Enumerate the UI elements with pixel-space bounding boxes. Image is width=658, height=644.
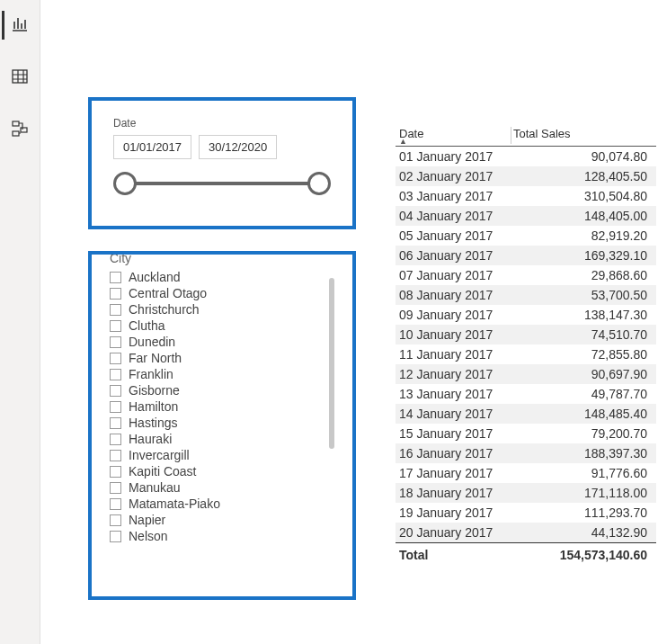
checkbox-icon[interactable] [110,482,121,494]
bar-chart-icon [11,15,29,36]
city-item[interactable]: Central Otago [110,285,334,301]
checkbox-icon[interactable] [110,531,121,542]
table-row[interactable]: 09 January 2017138,147.30 [396,305,656,325]
table-row[interactable]: 17 January 201791,776.60 [396,463,656,483]
date-slider[interactable] [113,170,331,197]
table-row[interactable]: 14 January 2017148,485.40 [396,404,656,424]
city-item[interactable]: Napier [110,512,334,528]
city-item[interactable]: Matamata-Piako [110,496,334,512]
sales-table[interactable]: Date ▲ Total Sales 01 January 201790,074… [396,127,656,566]
city-item[interactable]: Invercargill [110,447,334,463]
table-row[interactable]: 06 January 2017169,329.10 [396,246,656,265]
date-slicer-label: Date [113,117,331,130]
table-row[interactable]: 15 January 201779,200.70 [396,424,656,443]
cell-date: 08 January 2017 [396,288,511,302]
city-item[interactable]: Christchurch [110,301,334,318]
table-row[interactable]: 07 January 201729,868.60 [396,265,656,285]
checkbox-icon[interactable] [110,466,121,478]
city-item[interactable]: Auckland [110,269,334,285]
nav-report-view[interactable] [2,7,38,43]
table-row[interactable]: 08 January 201753,700.50 [396,285,656,305]
table-row[interactable]: 10 January 201774,510.70 [396,325,656,344]
city-item[interactable]: Far North [110,350,334,366]
cell-sales: 53,700.50 [511,288,656,302]
checkbox-icon[interactable] [110,336,121,348]
cell-date: 13 January 2017 [396,387,511,401]
checkbox-icon[interactable] [110,450,121,461]
checkbox-icon[interactable] [110,417,121,429]
city-item-label: Christchurch [129,302,200,317]
city-slicer[interactable]: City AucklandCentral OtagoChristchurchCl… [88,251,356,600]
table-row[interactable]: 05 January 201782,919.20 [396,226,656,246]
city-item[interactable]: Hamilton [110,398,334,415]
checkbox-icon[interactable] [110,385,121,397]
table-row[interactable]: 19 January 2017111,293.70 [396,503,656,523]
cell-date: 04 January 2017 [396,209,511,223]
city-item[interactable]: Hastings [110,415,334,431]
city-item[interactable]: Manukau [110,479,334,496]
table-row[interactable]: 20 January 201744,132.90 [396,523,656,542]
cell-sales: 148,405.00 [511,209,656,223]
city-item[interactable]: Clutha [110,318,334,334]
city-item[interactable]: Dunedin [110,334,334,350]
date-from-input[interactable]: 01/01/2017 [113,135,191,159]
cell-date: 02 January 2017 [396,169,511,183]
table-total-row: Total 154,573,140.60 [396,542,656,566]
total-value: 154,573,140.60 [511,548,656,562]
cell-date: 14 January 2017 [396,407,511,421]
city-item[interactable]: Kapiti Coast [110,463,334,479]
checkbox-icon[interactable] [110,434,121,445]
checkbox-icon[interactable] [110,369,121,380]
table-row[interactable]: 04 January 2017148,405.00 [396,206,656,226]
checkbox-icon[interactable] [110,304,121,316]
cell-date: 09 January 2017 [396,308,511,322]
checkbox-icon[interactable] [110,272,121,283]
table-row[interactable]: 02 January 2017128,405.50 [396,166,656,186]
city-item-label: Nelson [129,529,168,543]
city-item[interactable]: Hauraki [110,431,334,447]
checkbox-icon[interactable] [110,498,121,510]
city-item[interactable]: Franklin [110,366,334,382]
date-to-input[interactable]: 30/12/2020 [199,135,277,159]
cell-sales: 82,919.20 [511,228,656,243]
nav-model-view[interactable] [2,112,38,148]
table-row[interactable]: 16 January 2017188,397.30 [396,443,656,463]
date-slider-handle-left[interactable] [113,172,137,195]
column-header-sales[interactable]: Total Sales [511,127,656,144]
table-row[interactable]: 11 January 201772,855.80 [396,344,656,364]
cell-sales: 44,132.90 [511,525,656,540]
city-item-label: Clutha [129,318,164,333]
checkbox-icon[interactable] [110,353,121,364]
cell-date: 12 January 2017 [396,367,511,381]
cell-date: 03 January 2017 [396,189,511,203]
table-row[interactable]: 12 January 201790,697.90 [396,364,656,384]
city-item-label: Invercargill [129,448,190,462]
city-item-label: Kapiti Coast [129,464,196,479]
table-header: Date ▲ Total Sales [396,127,656,147]
cell-sales: 74,510.70 [511,327,656,342]
table-row[interactable]: 01 January 201790,074.80 [396,147,656,166]
cell-date: 16 January 2017 [396,446,511,461]
table-row[interactable]: 18 January 2017171,118.00 [396,483,656,503]
city-item-label: Hauraki [129,432,172,446]
table-icon [11,67,29,88]
date-slicer[interactable]: Date 01/01/2017 30/12/2020 [88,97,356,229]
date-slider-track [124,182,320,185]
checkbox-icon[interactable] [110,288,121,300]
cell-sales: 138,147.30 [511,308,656,322]
cell-sales: 111,293.70 [511,505,656,520]
city-scrollbar[interactable] [329,278,334,449]
city-item-label: Hamilton [129,399,178,414]
cell-date: 17 January 2017 [396,466,511,480]
nav-data-view[interactable] [2,59,38,95]
table-row[interactable]: 13 January 201749,787.70 [396,384,656,404]
checkbox-icon[interactable] [110,401,121,413]
city-item[interactable]: Gisborne [110,382,334,398]
checkbox-icon[interactable] [110,320,121,332]
date-slider-handle-right[interactable] [307,172,331,195]
column-header-date[interactable]: Date ▲ [396,127,511,144]
city-item[interactable]: Nelson [110,528,334,544]
table-row[interactable]: 03 January 2017310,504.80 [396,186,656,206]
checkbox-icon[interactable] [110,514,121,526]
cell-sales: 90,074.80 [511,149,656,164]
